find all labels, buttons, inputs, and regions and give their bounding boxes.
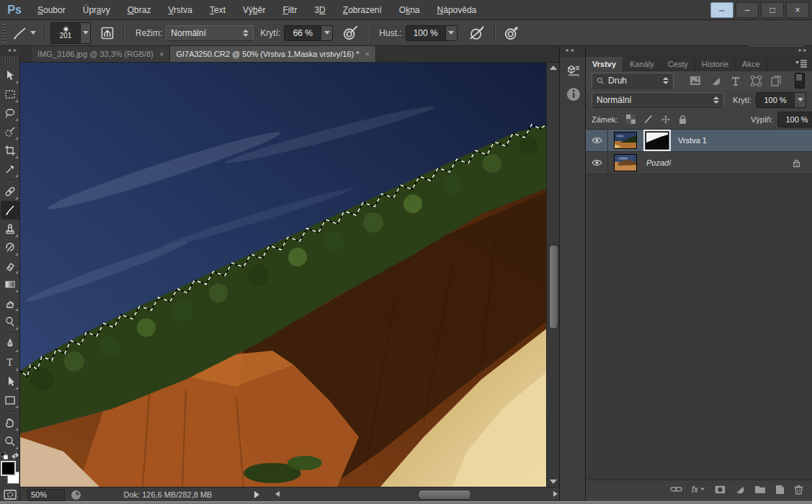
vertical-scrollbar-thumb[interactable] bbox=[549, 245, 558, 329]
menu-upravy[interactable]: Úpravy bbox=[74, 5, 119, 15]
smudge-tool[interactable] bbox=[1, 294, 19, 312]
menu-vyber[interactable]: Výběr bbox=[234, 5, 274, 15]
clone-stamp-tool[interactable] bbox=[1, 220, 19, 238]
menu-obraz[interactable]: Obraz bbox=[119, 5, 160, 15]
layer-opacity-dropdown[interactable] bbox=[795, 92, 806, 108]
menu-soubor[interactable]: Soubor bbox=[29, 5, 74, 15]
link-layers-icon[interactable] bbox=[670, 485, 682, 493]
eraser-tool[interactable] bbox=[1, 257, 19, 276]
tab-historie[interactable]: Historie bbox=[695, 57, 736, 71]
filter-adjustment-layers-icon[interactable] bbox=[707, 73, 724, 88]
workspace-resize-button[interactable]: ⇔ bbox=[710, 2, 733, 18]
history-brush-tool[interactable] bbox=[1, 238, 19, 257]
menu-napoveda[interactable]: Nápověda bbox=[429, 5, 486, 15]
layer-blend-mode-select[interactable]: Normální bbox=[592, 92, 724, 108]
move-tool[interactable] bbox=[1, 66, 19, 85]
scroll-down-arrow[interactable] bbox=[550, 480, 557, 484]
swap-colors-icon[interactable] bbox=[11, 452, 19, 459]
path-selection-tool[interactable] bbox=[1, 372, 19, 391]
spot-healing-brush-tool[interactable] bbox=[1, 182, 19, 201]
layer-row-pozadi[interactable]: Pozadí bbox=[586, 152, 812, 174]
layer-opacity-value[interactable]: 100 % bbox=[756, 92, 795, 108]
close-tab-icon[interactable]: × bbox=[159, 50, 164, 58]
canvas-image[interactable] bbox=[20, 63, 546, 487]
document-tab-2[interactable]: GI7A3250.CR2 @ 50% (Vrstva 1,Maska vrstv… bbox=[170, 46, 376, 62]
tab-vrstvy[interactable]: Vrstvy bbox=[586, 57, 623, 71]
foreground-color-swatch[interactable] bbox=[1, 461, 16, 476]
menu-okna[interactable]: Okna bbox=[391, 5, 429, 15]
layer-filter-select[interactable]: Druh bbox=[592, 73, 674, 89]
lasso-tool[interactable] bbox=[1, 104, 19, 122]
properties-panel-icon[interactable] bbox=[560, 58, 586, 82]
layer-visibility-toggle[interactable] bbox=[586, 130, 608, 151]
maximize-button[interactable]: □ bbox=[761, 2, 784, 18]
tablet-pressure-size-button[interactable] bbox=[465, 24, 489, 42]
new-layer-button[interactable] bbox=[775, 485, 785, 495]
new-group-button[interactable] bbox=[754, 485, 766, 494]
new-adjustment-layer-button[interactable] bbox=[735, 485, 745, 495]
horizontal-scrollbar[interactable] bbox=[274, 487, 559, 501]
filter-smart-object-icon[interactable] bbox=[767, 73, 785, 88]
layer-name[interactable]: Vrstva 1 bbox=[678, 136, 707, 145]
crop-tool[interactable] bbox=[1, 141, 19, 160]
airbrush-button[interactable] bbox=[500, 24, 523, 42]
brush-tool[interactable] bbox=[1, 201, 19, 220]
filter-toggle-switch[interactable] bbox=[795, 73, 805, 89]
tab-kanaly[interactable]: Kanály bbox=[623, 57, 661, 71]
strip-expand-button[interactable]: ◄◄ bbox=[560, 46, 585, 58]
scroll-left-arrow[interactable] bbox=[275, 491, 280, 497]
document-size-info[interactable]: Dok: 126,6 MB/282,8 MB bbox=[81, 490, 254, 499]
lock-pixels-icon[interactable] bbox=[640, 112, 657, 127]
filter-pixel-layers-icon[interactable] bbox=[687, 73, 704, 88]
fill-value[interactable]: 100 % bbox=[777, 112, 812, 127]
layer-mask-thumbnail[interactable] bbox=[646, 132, 669, 149]
default-colors-icon[interactable] bbox=[1, 452, 8, 459]
filter-type-layers-icon[interactable] bbox=[727, 73, 744, 88]
quick-selection-tool[interactable] bbox=[1, 122, 19, 141]
tool-preset-picker[interactable] bbox=[9, 24, 40, 42]
options-bar-grip[interactable] bbox=[2, 24, 6, 42]
minimize-button[interactable]: – bbox=[736, 2, 759, 18]
tab-akce[interactable]: Akce bbox=[736, 57, 767, 71]
lock-position-icon[interactable] bbox=[657, 112, 674, 127]
filter-shape-layers-icon[interactable] bbox=[747, 73, 764, 88]
close-button[interactable]: × bbox=[786, 2, 809, 18]
tablet-pressure-opacity-button[interactable] bbox=[339, 24, 362, 42]
status-menu-arrow[interactable] bbox=[254, 491, 259, 498]
dock-collapse-button[interactable]: ►► bbox=[586, 46, 812, 56]
scroll-right-arrow[interactable] bbox=[553, 491, 558, 497]
dodge-tool[interactable] bbox=[1, 312, 19, 331]
blend-mode-select[interactable]: Normální bbox=[166, 25, 254, 41]
add-layer-mask-button[interactable] bbox=[715, 485, 726, 494]
type-tool[interactable]: T bbox=[1, 354, 19, 372]
menu-3d[interactable]: 3D bbox=[305, 5, 334, 15]
rectangle-shape-tool[interactable] bbox=[1, 391, 19, 410]
brush-preset-picker[interactable]: 201 bbox=[50, 22, 91, 44]
hand-tool[interactable] bbox=[1, 413, 19, 432]
rectangular-marquee-tool[interactable] bbox=[1, 85, 19, 104]
eyedropper-tool[interactable] bbox=[1, 160, 19, 179]
toolbox-grip[interactable] bbox=[5, 58, 15, 63]
menu-zobrazeni[interactable]: Zobrazení bbox=[334, 5, 391, 15]
layer-opacity-control[interactable]: 100 % bbox=[756, 92, 806, 108]
menu-text[interactable]: Text bbox=[201, 5, 234, 15]
vertical-scrollbar[interactable] bbox=[546, 63, 560, 487]
info-panel-icon[interactable] bbox=[560, 82, 586, 107]
horizontal-scrollbar-thumb[interactable] bbox=[418, 490, 471, 500]
lock-transparency-icon[interactable] bbox=[623, 112, 640, 127]
tab-cesty[interactable]: Cesty bbox=[661, 57, 695, 71]
layer-thumbnail[interactable] bbox=[614, 132, 637, 149]
layer-row-vrstva1[interactable]: Vrstva 1 bbox=[586, 130, 812, 152]
menu-vrstva[interactable]: Vrstva bbox=[159, 5, 201, 15]
lock-all-icon[interactable] bbox=[674, 112, 692, 127]
flow-dropdown-button[interactable] bbox=[446, 25, 458, 41]
menu-filtr[interactable]: Filtr bbox=[274, 5, 305, 15]
flow-control[interactable]: 100 % bbox=[406, 25, 458, 41]
gradient-tool[interactable] bbox=[1, 275, 19, 294]
toggle-brush-panel-button[interactable] bbox=[97, 24, 118, 42]
panel-menu-icon[interactable] bbox=[795, 59, 808, 68]
toolbox-collapse-button[interactable]: ►► bbox=[0, 46, 20, 56]
status-preview-icon[interactable] bbox=[71, 490, 81, 500]
document-tab-1[interactable]: IMG_3186.jpg @ 33,3% (RGB/8) × bbox=[32, 46, 170, 62]
brush-picker-dropdown-button[interactable] bbox=[81, 22, 91, 44]
